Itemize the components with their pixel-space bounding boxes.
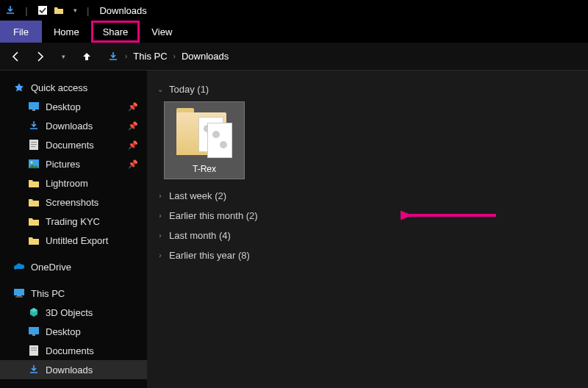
breadcrumb[interactable]: › This PC › Downloads <box>107 51 229 62</box>
pin-icon: 📌 <box>128 102 138 112</box>
sidebar-label: Documents <box>46 140 94 151</box>
tab-home[interactable]: Home <box>42 21 91 43</box>
pin-icon: 📌 <box>128 140 138 150</box>
pin-icon: 📌 <box>128 121 138 131</box>
sidebar-item-desktop[interactable]: Desktop 📌 <box>0 97 147 116</box>
svg-rect-12 <box>29 327 39 334</box>
navigation-pane[interactable]: Quick access Desktop 📌 Downloads 📌 Docum… <box>0 71 147 388</box>
title-bar: | ▾ | Downloads <box>0 0 588 21</box>
recent-dropdown[interactable]: ▾ <box>54 48 72 65</box>
sidebar-item-pc-desktop[interactable]: Desktop <box>0 322 147 341</box>
sidebar-label: Screenshots <box>46 197 98 208</box>
back-button[interactable] <box>7 48 25 65</box>
sidebar-label: Untitled Export <box>46 235 108 246</box>
3d-objects-icon <box>28 306 40 318</box>
svg-rect-16 <box>31 350 37 351</box>
sidebar-label: Desktop <box>46 101 81 112</box>
sidebar-onedrive[interactable]: OneDrive <box>0 257 147 276</box>
sidebar-item-untitled-export[interactable]: Untitled Export <box>0 231 147 250</box>
breadcrumb-segment[interactable]: This PC <box>133 51 167 62</box>
group-today[interactable]: ⌄ Today (1) <box>153 79 588 99</box>
documents-icon <box>28 139 40 151</box>
star-icon <box>13 82 25 93</box>
svg-rect-0 <box>38 6 47 15</box>
dropdown-icon[interactable]: ▾ <box>69 4 81 16</box>
downloads-icon <box>28 364 40 376</box>
sidebar-this-pc[interactable]: This PC <box>0 284 147 303</box>
group-label: Earlier this month (2) <box>169 210 258 221</box>
main-area: Quick access Desktop 📌 Downloads 📌 Docum… <box>0 71 588 388</box>
folder-label: T-Rex <box>193 164 216 174</box>
chevron-right-icon: › <box>156 231 165 240</box>
sidebar-item-screenshots[interactable]: Screenshots <box>0 193 147 212</box>
tab-view[interactable]: View <box>140 21 184 43</box>
group-label: Today (1) <box>169 84 209 95</box>
title-separator: | <box>87 5 89 16</box>
sidebar-label: OneDrive <box>31 262 71 273</box>
breadcrumb-segment[interactable]: Downloads <box>182 51 229 62</box>
sidebar-item-pictures[interactable]: Pictures 📌 <box>0 154 147 173</box>
svg-rect-1 <box>29 102 39 109</box>
sidebar-item-lightroom[interactable]: Lightroom <box>0 173 147 193</box>
sidebar-label: Documents <box>46 345 94 356</box>
group-earlier-this-month[interactable]: › Earlier this month (2) <box>153 206 588 226</box>
content-pane[interactable]: ⌄ Today (1) T-Rex › Last week (2) › Earl… <box>147 71 588 388</box>
chevron-right-icon: › <box>125 52 127 60</box>
sidebar-quick-access[interactable]: Quick access <box>0 78 147 97</box>
onedrive-icon <box>13 261 25 273</box>
pin-icon: 📌 <box>128 159 138 169</box>
window-title: Downloads <box>99 5 146 16</box>
svg-rect-2 <box>32 109 35 111</box>
download-app-icon <box>4 4 16 16</box>
group-label: Last month (4) <box>169 230 231 241</box>
sidebar-label: 3D Objects <box>46 307 93 318</box>
tab-file[interactable]: File <box>0 21 42 43</box>
chevron-down-icon: ⌄ <box>156 85 165 93</box>
tab-share[interactable]: Share <box>91 21 140 43</box>
this-pc-icon <box>13 287 25 299</box>
documents-icon <box>28 345 40 356</box>
desktop-icon <box>28 326 40 337</box>
ribbon-tabs: File Home Share View <box>0 21 588 43</box>
group-label: Earlier this year (8) <box>169 250 250 261</box>
sidebar-label: Desktop <box>46 326 81 337</box>
sidebar-item-pc-downloads[interactable]: Downloads <box>0 360 147 379</box>
sidebar-item-documents[interactable]: Documents 📌 <box>0 135 147 154</box>
svg-rect-15 <box>31 348 37 348</box>
sidebar-item-pc-documents[interactable]: Documents <box>0 341 147 360</box>
folder-icon <box>28 234 40 246</box>
sidebar-label: Trading KYC <box>46 216 100 227</box>
folder-titlebar-icon <box>53 4 65 16</box>
chevron-right-icon: › <box>156 192 165 200</box>
sidebar-item-3d-objects[interactable]: 3D Objects <box>0 303 147 322</box>
sidebar-item-trading-kyc[interactable]: Trading KYC <box>0 212 147 231</box>
chevron-right-icon: › <box>173 52 176 60</box>
svg-rect-4 <box>31 142 37 143</box>
folder-icon <box>175 108 234 159</box>
checkbox-icon[interactable] <box>37 4 49 16</box>
sidebar-label: Lightroom <box>46 178 88 189</box>
folder-icon <box>28 215 40 227</box>
sidebar-label: Downloads <box>46 121 93 132</box>
sidebar-item-downloads[interactable]: Downloads 📌 <box>0 116 147 135</box>
sidebar-label: Pictures <box>46 159 80 170</box>
group-last-month[interactable]: › Last month (4) <box>153 226 588 245</box>
navigation-bar: ▾ › This PC › Downloads <box>0 43 588 71</box>
group-earlier-this-year[interactable]: › Earlier this year (8) <box>153 245 588 265</box>
folder-item-trex[interactable]: T-Rex <box>165 102 244 179</box>
svg-rect-10 <box>17 295 21 296</box>
downloads-icon <box>28 120 40 132</box>
chevron-right-icon: › <box>156 251 165 259</box>
folder-icon <box>28 177 40 189</box>
up-button[interactable] <box>78 48 96 65</box>
group-label: Last week (2) <box>169 190 226 201</box>
pictures-icon <box>28 158 40 170</box>
downloads-path-icon <box>107 51 119 62</box>
svg-rect-13 <box>32 334 35 336</box>
svg-rect-9 <box>14 289 24 295</box>
group-last-week[interactable]: › Last week (2) <box>153 186 588 206</box>
forward-button[interactable] <box>31 48 49 65</box>
sidebar-label: This PC <box>31 288 65 299</box>
folder-icon <box>28 196 40 208</box>
desktop-icon <box>28 101 40 112</box>
